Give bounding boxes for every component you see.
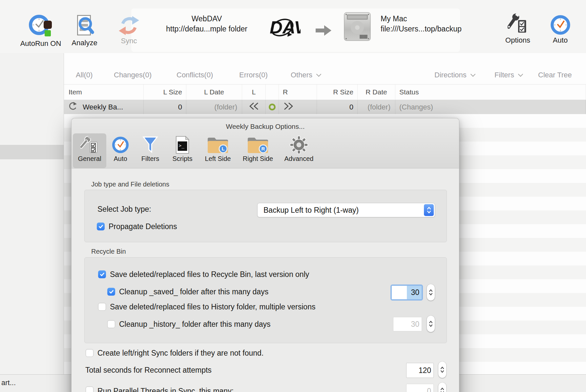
create-folders-label: Create left/right Sync folders if they a… — [97, 349, 263, 358]
directions-menu[interactable]: Directions — [434, 71, 475, 79]
job-type-select[interactable]: Backup Left to Right (1-way) — [257, 203, 435, 217]
terminal-document-icon: >_ — [175, 135, 190, 155]
tab-errors[interactable]: Errors(0) — [239, 71, 268, 79]
dialog-tab-auto[interactable]: Auto — [106, 133, 135, 168]
hard-drive-icon — [344, 12, 371, 41]
cleanup-history-days-value: 30 — [411, 320, 419, 329]
right-target[interactable]: My Mac file:///Users...top/backup — [381, 14, 502, 34]
row-item-name: Weekly Ba... — [83, 103, 123, 111]
column-header-l-size[interactable]: L Size — [144, 85, 186, 100]
svg-text:>_: >_ — [179, 143, 185, 148]
save-history-label: Save deleted/replaced files to History f… — [110, 303, 315, 311]
arrow-left-icon — [248, 102, 260, 112]
cleanup-history-days-stepper[interactable] — [427, 316, 435, 332]
column-header-r-date[interactable]: R Date — [358, 85, 395, 100]
dialog-tab-filters[interactable]: Filters — [135, 133, 166, 168]
auto-label: Auto — [553, 36, 568, 45]
table-row[interactable]: Weekly Ba... 0 (folder) — [64, 100, 586, 114]
sync-arrows-icon — [118, 15, 140, 36]
left-target[interactable]: WebDAV http://defau...mple folder — [148, 14, 265, 34]
chevron-down-icon — [471, 72, 476, 77]
parallel-threads-checkbox[interactable] — [86, 386, 94, 392]
recycle-section-label: Recycle Bin — [91, 248, 126, 255]
reconnect-seconds-stepper[interactable] — [438, 362, 446, 378]
row-status: (Changes) — [395, 100, 586, 114]
webdav-logo-icon: DAV — [269, 16, 301, 39]
create-folders-checkbox[interactable] — [86, 349, 94, 357]
row-direction-right[interactable] — [279, 100, 317, 114]
cleanup-saved-days-focus-ring: 30 — [390, 284, 423, 301]
propagate-deletions-label: Propagate Deletions — [109, 222, 177, 231]
reconnect-seconds-value: 120 — [419, 366, 431, 375]
cleanup-saved-days-stepper[interactable] — [427, 284, 435, 301]
filters-menu[interactable]: Filters — [494, 71, 522, 79]
row-r-date: (folder) — [358, 100, 395, 114]
dialog-title: Weekly Backup Options... — [72, 123, 459, 130]
save-recycle-checkbox[interactable] — [98, 270, 106, 278]
column-header-r-size[interactable]: R Size — [317, 85, 358, 100]
row-l-date: (folder) — [186, 100, 242, 114]
parallel-threads-value: 0 — [427, 387, 431, 392]
cleanup-history-days-input[interactable]: 30 — [393, 317, 422, 331]
column-header-item[interactable]: Item — [64, 85, 144, 100]
analyze-magnifier-icon — [74, 14, 95, 38]
job-options-dialog: Weekly Backup Options... — [71, 118, 459, 392]
toolbar: AutoRun ON Analyze — [0, 0, 586, 53]
funnel-icon — [142, 135, 159, 155]
cleanup-saved-days-input[interactable]: 30 — [392, 286, 422, 299]
clear-tree-button[interactable]: Clear Tree — [538, 71, 572, 79]
tab-conflicts[interactable]: Conflicts(0) — [177, 71, 213, 79]
row-r-size: 0 — [317, 100, 358, 114]
column-header-status[interactable]: Status — [395, 85, 586, 100]
selected-job-row-highlight[interactable] — [0, 145, 64, 159]
analyze-button[interactable]: Analyze — [59, 14, 110, 47]
folder-right-icon: R — [247, 135, 269, 155]
cleanup-saved-label: Cleanup _saved_ folder after this many d… — [119, 287, 268, 296]
app-window: AutoRun ON Analyze — [0, 0, 586, 392]
dialog-tab-advanced[interactable]: Advanced — [279, 133, 319, 168]
direction-arrow-icon — [315, 24, 332, 37]
folder-left-icon: L — [207, 135, 229, 155]
dialog-header[interactable]: Weekly Backup Options... — [72, 118, 459, 168]
sync-job-icon — [69, 102, 77, 112]
job-list-pane — [0, 53, 64, 374]
tab-others[interactable]: Others — [291, 71, 321, 79]
column-header-l[interactable]: L — [242, 85, 266, 100]
dialog-tab-right-side[interactable]: R Right Side — [237, 133, 279, 168]
tab-all[interactable]: All(0) — [76, 71, 93, 79]
row-item-cell: Weekly Ba... — [64, 100, 144, 114]
auto-button[interactable]: Auto — [535, 14, 586, 45]
propagate-deletions-checkbox[interactable] — [97, 223, 105, 230]
options-label: Options — [505, 36, 530, 45]
reconnect-label: Total seconds for Reconnect attempts — [85, 366, 212, 375]
dialog-tab-general[interactable]: General — [73, 133, 106, 168]
wrench-checklist-icon — [80, 135, 99, 155]
auto-clock-icon — [550, 14, 571, 35]
column-header-middle[interactable] — [266, 85, 279, 100]
save-history-checkbox[interactable] — [98, 303, 106, 311]
cleanup-history-label: Cleanup _history_ folder after this many… — [119, 320, 271, 329]
parallel-threads-input[interactable]: 0 — [406, 384, 434, 392]
cleanup-history-checkbox[interactable] — [107, 320, 115, 328]
sync-button[interactable]: Sync — [104, 15, 154, 45]
gear-icon — [290, 135, 308, 155]
parallel-threads-stepper[interactable] — [438, 382, 446, 392]
job-type-label: Select Job type: — [97, 205, 151, 214]
job-section-label: Job type and File deletions — [91, 181, 169, 188]
row-l-size: 0 — [144, 100, 186, 114]
tab-changes[interactable]: Changes(0) — [114, 71, 152, 79]
autorun-clock-icon — [28, 13, 53, 39]
status-text: art... — [1, 379, 16, 387]
dialog-tab-left-side[interactable]: L Left Side — [199, 133, 237, 168]
save-recycle-label: Save deleted/replaced files to Recycle B… — [110, 270, 309, 279]
dialog-tab-scripts[interactable]: >_ Scripts — [166, 133, 199, 168]
row-direction-left[interactable] — [242, 100, 266, 114]
reconnect-seconds-input[interactable]: 120 — [406, 363, 434, 378]
right-target-title: My Mac — [381, 14, 502, 24]
row-direction-none[interactable] — [266, 100, 279, 114]
column-header-l-date[interactable]: L Date — [186, 85, 242, 100]
svg-text:R: R — [262, 146, 265, 151]
cleanup-saved-checkbox[interactable] — [107, 288, 115, 296]
svg-text:L: L — [221, 146, 224, 151]
column-header-r[interactable]: R — [279, 85, 317, 100]
